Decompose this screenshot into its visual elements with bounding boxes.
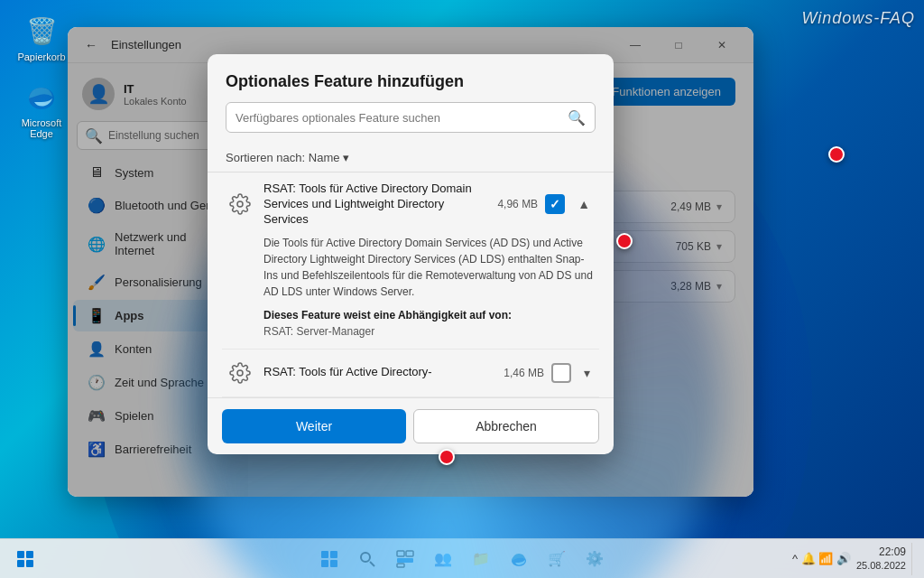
teams-button[interactable]: 👥 <box>425 543 461 575</box>
feature-2-text: RSAT: Tools für Active Directory- <box>263 365 494 380</box>
svg-rect-10 <box>330 560 337 567</box>
feature-2-size: 1,46 MB <box>504 367 544 379</box>
svg-line-12 <box>370 562 374 566</box>
taskbar-center: 👥 📁 🛒 ⚙️ <box>311 543 613 575</box>
cursor-feature-btn <box>828 146 845 163</box>
taskbar-system-icons: ^ 🔔 📶 🔊 <box>792 552 851 565</box>
feature-2-expand-btn[interactable]: ▾ <box>578 364 596 382</box>
modal-search-box[interactable]: 🔍 <box>226 102 596 133</box>
modal-feature-main-2: RSAT: Tools für Active Directory- 1,46 M… <box>226 359 596 387</box>
edge-icon[interactable]: Microsoft Edge <box>11 75 72 143</box>
modal-header: Optionales Feature hinzufügen 🔍 <box>208 54 614 144</box>
taskview-button[interactable] <box>387 543 423 575</box>
svg-point-2 <box>237 370 243 376</box>
feature-1-description: Die Tools für Active Directory Domain Se… <box>263 235 596 340</box>
svg-rect-3 <box>17 551 24 558</box>
weiter-button[interactable]: Weiter <box>222 409 406 443</box>
start-button[interactable] <box>311 543 347 575</box>
feature-1-name: RSAT: Tools für Active Directory Domain … <box>263 182 488 228</box>
feature-1-text: RSAT: Tools für Active Directory Domain … <box>263 182 488 228</box>
svg-rect-8 <box>330 551 337 558</box>
svg-point-1 <box>237 201 243 207</box>
settings-window: ← Einstellungen — □ ✕ 👤 IT Lokales Konto <box>68 27 753 497</box>
abbrechen-button[interactable]: Abbrechen <box>413 409 599 443</box>
svg-rect-13 <box>397 551 404 556</box>
modal-search-input[interactable] <box>236 111 560 125</box>
recycle-bin-icon[interactable]: 🗑️ Papierkorb <box>11 9 72 66</box>
dependency-note: Dieses Feature weist eine Abhängigkeit a… <box>263 307 596 340</box>
modal-dialog: Optionales Feature hinzufügen 🔍 Sortiere… <box>208 54 614 454</box>
feature-1-expand-btn[interactable]: ▲ <box>572 195 596 213</box>
time-display[interactable]: 22:09 25.08.2022 <box>856 545 906 573</box>
taskbar-settings-button[interactable]: ⚙️ <box>577 543 613 575</box>
modal-title: Optionales Feature hinzufügen <box>226 72 596 91</box>
show-desktop-button[interactable] <box>911 543 917 575</box>
edge-image <box>23 79 60 115</box>
taskbar-left <box>7 543 43 575</box>
svg-rect-9 <box>321 560 328 567</box>
svg-rect-16 <box>397 564 404 567</box>
modal-sort-row[interactable]: Sortieren nach: Name ▾ <box>208 144 614 172</box>
store-button[interactable]: 🛒 <box>539 543 575 575</box>
windows-faq-watermark: Windows-FAQ <box>801 9 915 28</box>
feature-2-meta: 1,46 MB ▾ <box>504 363 596 383</box>
modal-sort-chevron-icon: ▾ <box>343 151 349 164</box>
feature-1-size: 4,96 MB <box>497 198 538 210</box>
modal-footer: Weiter Abbrechen <box>208 397 614 454</box>
taskbar-right: ^ 🔔 📶 🔊 22:09 25.08.2022 <box>792 543 917 575</box>
modal-feature-row-2: RSAT: Tools für Active Directory- 1,46 M… <box>222 350 599 397</box>
feature-gear-icon <box>226 190 254 219</box>
svg-rect-6 <box>26 560 33 567</box>
feature-2-checkbox[interactable] <box>551 363 571 383</box>
recycle-bin-image: 🗑️ <box>23 13 60 49</box>
feature-1-meta: 4,96 MB ▲ <box>497 194 596 214</box>
feature-gear-icon-2 <box>226 359 254 387</box>
svg-rect-15 <box>397 558 413 563</box>
explorer-button[interactable]: 📁 <box>463 543 499 575</box>
taskbar-search-button[interactable] <box>349 543 385 575</box>
svg-rect-4 <box>26 551 33 558</box>
taskbar-edge-button[interactable] <box>501 543 537 575</box>
date: 25.08.2022 <box>856 559 906 572</box>
modal-body: RSAT: Tools für Active Directory Domain … <box>208 172 614 397</box>
svg-point-11 <box>361 553 370 562</box>
svg-rect-7 <box>321 551 328 558</box>
modal-feature-row-1: RSAT: Tools für Active Directory Domain … <box>222 172 599 350</box>
svg-point-17 <box>512 555 526 566</box>
recycle-bin-label: Papierkorb <box>17 51 65 62</box>
desktop: 🗑️ Papierkorb Microsoft Edge <box>0 0 924 578</box>
modal-overlay: Optionales Feature hinzufügen 🔍 Sortiere… <box>68 27 753 497</box>
modal-feature-main-1: RSAT: Tools für Active Directory Domain … <box>226 182 596 228</box>
time: 22:09 <box>856 545 906 560</box>
modal-sort-label: Sortieren nach: Name <box>226 151 339 164</box>
feature-2-name: RSAT: Tools für Active Directory- <box>263 365 494 380</box>
svg-rect-5 <box>17 560 24 567</box>
modal-search-icon: 🔍 <box>568 109 586 126</box>
edge-label: Microsoft Edge <box>14 117 69 139</box>
svg-rect-14 <box>406 551 413 556</box>
feature-1-checkbox[interactable] <box>545 194 565 214</box>
taskbar-start-button[interactable] <box>7 543 43 575</box>
taskbar: 👥 📁 🛒 ⚙️ ^ 🔔 📶 🔊 22:09 25.08.2022 <box>0 538 924 578</box>
desktop-icons: 🗑️ Papierkorb Microsoft Edge <box>11 9 72 143</box>
